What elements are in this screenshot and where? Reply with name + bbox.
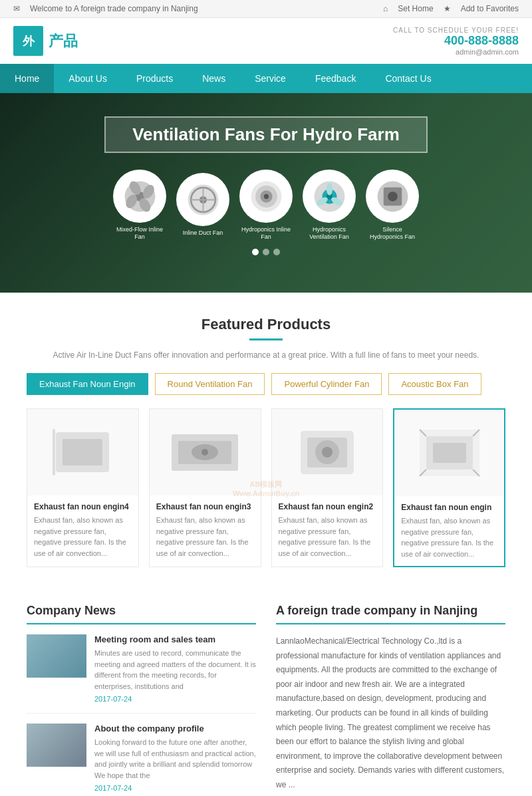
hero-product-4[interactable]: Hydroponics Ventilation Fan (303, 170, 356, 241)
call-label: CALL TO SCHEDULE YOUR FREE! (393, 27, 519, 34)
product-label-4: Hydroponics Ventilation Fan (303, 226, 356, 241)
two-col-section: Company News Meeting room and sales team… (0, 591, 532, 796)
welcome-icon: ✉ (13, 4, 20, 13)
header-contact: CALL TO SCHEDULE YOUR FREE! 400-888-8888… (393, 27, 519, 56)
product-tabs: Exhaust Fan Noun Engin Round Ventilation… (27, 373, 505, 395)
product-svg-4 (416, 426, 483, 479)
hero-dot-1[interactable] (252, 249, 259, 255)
tab-exhaust-fan[interactable]: Exhaust Fan Noun Engin (27, 373, 148, 395)
set-home-link[interactable]: Set Home (398, 4, 433, 13)
product-card-box-3: Exhaust fan noun engin2 Exhaust fan, als… (272, 495, 383, 565)
news-text-1: Minutes are used to record, communicate … (94, 648, 256, 692)
hero-product-5[interactable]: Silence Hydroponics Fan (366, 170, 419, 241)
news-title-1: Meeting room and sales team (94, 634, 256, 644)
product-svg-2 (168, 424, 241, 481)
company-info-col: A foreign trade company in Nanjing Lannl… (276, 604, 505, 796)
hero-title-box: Ventilation Fans For Hydro Farm (104, 116, 428, 153)
product-circle-1 (113, 170, 166, 223)
product-card-2[interactable]: Exhaust fan noun engin3 Exhaust fan, als… (149, 408, 261, 567)
fan-icon-1 (122, 178, 158, 215)
company-news-col: Company News Meeting room and sales team… (27, 604, 256, 796)
news-content-2: About the company profile Looking forwar… (94, 724, 256, 792)
main-nav: Home About Us Products News Service Feed… (0, 64, 532, 93)
product-img-1 (27, 409, 138, 495)
hero-dot-2[interactable] (263, 249, 269, 255)
product-card-title-4: Exhaust fan noun engin (401, 503, 497, 512)
tab-powerful-cylinder[interactable]: Powerful Cylinder Fan (271, 373, 382, 395)
product-card-box-1: Exhaust fan noun engin4 Exhaust fan, als… (27, 495, 138, 565)
product-card-3[interactable]: Exhaust fan noun engin2 Exhaust fan, als… (271, 408, 384, 567)
svg-point-23 (388, 192, 398, 201)
home-icon: ⌂ (383, 4, 388, 13)
nav-home[interactable]: Home (0, 64, 54, 93)
svg-point-31 (201, 449, 208, 456)
product-circle-2 (176, 173, 229, 226)
top-bar-actions: ⌂ Set Home ★ Add to Favorites (383, 4, 519, 13)
news-content-1: Meeting room and sales team Minutes are … (94, 634, 256, 703)
product-label-2: Inline Duct Fan (183, 229, 223, 237)
hero-title: Ventilation Fans For Hydro Farm (132, 124, 400, 145)
product-card-4[interactable]: Exhaust fan noun engin Exhaust fan, also… (393, 408, 505, 567)
product-grid: Exhaust fan noun engin4 Exhaust fan, als… (27, 408, 505, 567)
svg-rect-25 (63, 439, 102, 465)
product-svg-1 (49, 426, 116, 479)
svg-rect-27 (53, 429, 55, 475)
tab-round-ventilation[interactable]: Round Ventilation Fan (155, 373, 265, 395)
nav-service[interactable]: Service (240, 64, 301, 93)
featured-products-section: Featured Products Active Air In-Line Duc… (0, 293, 532, 591)
logo-text: 产品 (49, 31, 78, 51)
top-bar: ✉ Welcome to A foreign trade company in … (0, 0, 532, 18)
news-text-2: Looking forward to the future one after … (94, 737, 256, 781)
logo[interactable]: 外 产品 (13, 26, 78, 56)
product-card-desc-2: Exhaust fan, also known as negative pres… (156, 515, 254, 559)
hero-products: Mixed-Flow Inline Fan Inline Duct Fan (113, 170, 419, 241)
hero-section: Ventilation Fans For Hydro Farm Mixed-Fl… (0, 93, 532, 293)
product-label-5: Silence Hydroponics Fan (366, 226, 419, 241)
product-card-box-4: Exhaust fan noun engin Exhaust fan, also… (394, 496, 504, 566)
product-circle-3 (239, 170, 293, 223)
product-card-box-2: Exhaust fan noun engin3 Exhaust fan, als… (150, 495, 261, 565)
svg-point-18 (326, 183, 332, 195)
hero-dot-3[interactable] (273, 249, 280, 255)
product-card-desc-1: Exhaust fan, also known as negative pres… (34, 515, 132, 559)
product-img-3 (272, 409, 383, 495)
top-bar-welcome: ✉ Welcome to A foreign trade company in … (13, 4, 198, 13)
section-divider (249, 338, 283, 340)
product-svg-3 (294, 424, 360, 481)
add-favorites-link[interactable]: Add to Favorites (461, 4, 519, 13)
featured-desc: Active Air In-Line Duct Fans offer innov… (27, 350, 505, 360)
news-item-2[interactable]: About the company profile Looking forwar… (27, 724, 256, 796)
nav-feedback[interactable]: Feedback (301, 64, 370, 93)
header: 外 产品 CALL TO SCHEDULE YOUR FREE! 400-888… (0, 18, 532, 64)
hero-product-1[interactable]: Mixed-Flow Inline Fan (113, 170, 166, 241)
svg-point-14 (263, 194, 268, 198)
news-item-1[interactable]: Meeting room and sales team Minutes are … (27, 634, 256, 714)
product-label-3: Hydroponics Inline Fan (239, 226, 293, 241)
fan-icon-2 (185, 182, 221, 218)
news-date-1: 2017-07-24 (94, 695, 256, 703)
product-card-title-1: Exhaust fan noun engin4 (34, 502, 132, 511)
tab-acoustic-box[interactable]: Acoustic Box Fan (388, 373, 481, 395)
hero-product-2[interactable]: Inline Duct Fan (176, 173, 229, 237)
nav-contact[interactable]: Contact Us (370, 64, 446, 93)
hero-product-3[interactable]: Hydroponics Inline Fan (239, 170, 293, 241)
email-address: admin@admin.com (393, 48, 519, 56)
product-img-2 (150, 409, 261, 495)
company-info-text: LannlaoMechanical/Electrical Technology … (276, 634, 505, 793)
product-card-1[interactable]: Exhaust fan noun engin4 Exhaust fan, als… (27, 408, 139, 567)
nav-products[interactable]: Products (122, 64, 188, 93)
product-card-title-2: Exhaust fan noun engin3 (156, 502, 254, 511)
product-circle-5 (366, 170, 419, 223)
product-card-desc-4: Exhaust fan, also known as negative pres… (401, 515, 497, 559)
nav-about[interactable]: About Us (54, 64, 122, 93)
company-news-title: Company News (27, 604, 256, 624)
product-card-title-3: Exhaust fan noun engin2 (279, 502, 376, 511)
nav-news[interactable]: News (188, 64, 240, 93)
featured-title: Featured Products (27, 316, 505, 333)
fan-icon-4 (311, 178, 348, 215)
svg-rect-38 (433, 443, 466, 463)
hero-pagination (252, 249, 280, 255)
fan-icon-3 (248, 178, 285, 215)
company-info-title: A foreign trade company in Nanjing (276, 604, 505, 624)
welcome-text: Welcome to A foreign trade company in Na… (30, 4, 198, 13)
